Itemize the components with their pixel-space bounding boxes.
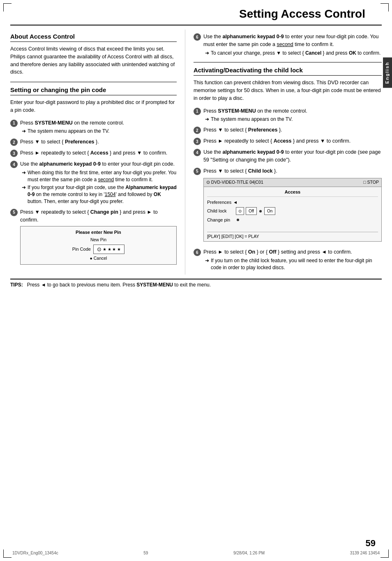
step-content-1: Press SYSTEM-MENU on the remote control.… bbox=[20, 119, 177, 135]
ui-changepin-row: Change pin bbox=[207, 216, 378, 224]
footer-left: 1DVDRx_Eng00_13454c bbox=[12, 551, 58, 555]
step-num-5: 5 bbox=[10, 209, 18, 216]
step4-arrow1: ➜ When doing this for the first time, en… bbox=[22, 169, 177, 183]
section-about-body: Access Control limits viewing of discs t… bbox=[10, 45, 177, 76]
step-left-1: 1 Press SYSTEM-MENU on the remote contro… bbox=[10, 119, 177, 135]
ui-box-header: ⊙ DVD-VIDEO-TITLE 04|C01 □ STOP bbox=[204, 178, 381, 187]
step-num-6-r: 6 bbox=[194, 33, 201, 41]
left-column: About Access Control Access Control limi… bbox=[10, 30, 185, 275]
step-content-4: Use the alphanumeric keypad 0-9 to enter… bbox=[20, 160, 177, 205]
ui-header-right: □ STOP bbox=[363, 179, 379, 186]
cl-step6-arrow: ➜ If you turn on the child lock feature,… bbox=[205, 257, 382, 271]
step-left-3: 3 Press ► repeatedly to select { Access … bbox=[10, 149, 177, 157]
step-cl-content-4: Use the alphanumeric keypad 0-9 to enter… bbox=[203, 148, 382, 164]
step-left-4: 4 Use the alphanumeric keypad 0-9 to ent… bbox=[10, 160, 177, 205]
tips-text: Press ◄ to go back to previous menu item… bbox=[24, 282, 211, 288]
step-cl-num-4: 4 bbox=[194, 149, 201, 156]
ui-childlock-row: Child lock ⊙ Off On bbox=[207, 206, 378, 216]
page-number: 59 bbox=[366, 538, 376, 549]
ui-childlock-label: Child lock bbox=[207, 208, 236, 215]
pin-box-subtitle: New Pin bbox=[25, 237, 171, 243]
ui-header-left: ⊙ DVD-VIDEO-TITLE 04|C01 bbox=[206, 179, 263, 186]
footer-code: 3139 246 13454 bbox=[350, 551, 380, 555]
main-content: About Access Control Access Control limi… bbox=[10, 25, 382, 275]
step-cl-5: 5 Press ▼ to select { Child lock }. ⊙ DV… bbox=[194, 167, 382, 245]
step-cl-num-2: 2 bbox=[194, 127, 201, 134]
section-childlock-title: Activating/Deactivating the child lock bbox=[194, 67, 382, 76]
step-cl-content-3: Press ► repeatedly to select { Access } … bbox=[203, 137, 382, 145]
step-cl-num-1: 1 bbox=[194, 108, 201, 115]
step-content-2: Press ▼ to select { Preferences }. bbox=[20, 138, 177, 146]
section-divider bbox=[10, 82, 177, 82]
step-left-5: 5 Press ▼ repeatedly to select { Change … bbox=[10, 208, 177, 267]
footer: 1DVDRx_Eng00_13454c 59 9/28/04, 1:26 PM … bbox=[0, 551, 392, 555]
childlock-ui-box: ⊙ DVD-VIDEO-TITLE 04|C01 □ STOP Access P… bbox=[203, 178, 382, 242]
step-content-6-r: Use the alphanumeric keypad 0-9 to enter… bbox=[203, 33, 382, 56]
step-right-6: 6 Use the alphanumeric keypad 0-9 to ent… bbox=[194, 33, 382, 56]
ui-on-btn: On bbox=[264, 207, 275, 215]
section-pin-title: Setting or changing the pin code bbox=[10, 86, 177, 95]
section-about-title: About Access Control bbox=[10, 33, 177, 42]
ui-box-body: Access Preferences ◄ Child lock ⊙ Off O bbox=[204, 187, 381, 241]
language-tab: English bbox=[383, 58, 392, 88]
step-cl-content-2: Press ▼ to select { Preferences }. bbox=[203, 126, 382, 134]
step-num-4: 4 bbox=[10, 161, 18, 168]
step-num-3: 3 bbox=[10, 150, 18, 157]
ui-preferences-label: Preferences bbox=[207, 199, 231, 206]
right-section-divider bbox=[194, 62, 382, 62]
step1-arrow: ➜ The system menu appears on the TV. bbox=[22, 128, 177, 135]
step-cl-6: 6 Press ► to select { On } or { Off } se… bbox=[194, 248, 382, 271]
ui-dot bbox=[259, 210, 262, 212]
step-cl-3: 3 Press ► repeatedly to select { Access … bbox=[194, 137, 382, 145]
section-childlock-intro: This function can prevent children from … bbox=[194, 79, 382, 102]
right-column: 6 Use the alphanumeric keypad 0-9 to ent… bbox=[185, 30, 382, 275]
step-cl-4: 4 Use the alphanumeric keypad 0-9 to ent… bbox=[194, 148, 382, 164]
pin-entry-box: Please enter New Pin New Pin Pin Code ⊙ … bbox=[20, 226, 177, 265]
step-cl-num-5: 5 bbox=[194, 168, 201, 175]
step-cl-2: 2 Press ▼ to select { Preferences }. bbox=[194, 126, 382, 134]
ui-toggle-icon: ⊙ bbox=[236, 207, 244, 215]
step4-arrow2: ➜ If you forgot your four-digit pin code… bbox=[22, 184, 177, 205]
cl-step1-arrow: ➜ The system menu appears on the TV. bbox=[205, 116, 382, 123]
step-content-3: Press ► repeatedly to select { Access } … bbox=[20, 149, 177, 157]
ui-changepin-label: Change pin bbox=[207, 217, 236, 224]
step-cl-content-6: Press ► to select { On } or { Off } sett… bbox=[203, 248, 382, 271]
corner-mark-tl bbox=[3, 3, 12, 12]
section-pin-intro: Enter your four-digit password to play a… bbox=[10, 99, 177, 114]
step-content-5: Press ▼ repeatedly to select { Change pi… bbox=[20, 208, 177, 267]
step-num-2: 2 bbox=[10, 139, 18, 146]
ui-changepin-dot bbox=[237, 219, 239, 221]
pin-box-title: Please enter New Pin bbox=[25, 229, 171, 236]
step-cl-content-5: Press ▼ to select { Child lock }. ⊙ DVD-… bbox=[203, 167, 382, 245]
pin-stars: ⊙ ★ ★ ★ ★ bbox=[93, 245, 125, 254]
step6-arrow: ➜ To cancel your change, press ▼ to sele… bbox=[205, 50, 382, 57]
pin-code-label: Pin Code bbox=[72, 246, 91, 253]
tips-label: TIPS: bbox=[10, 282, 23, 288]
step-cl-1: 1 Press SYSTEM-MENU on the remote contro… bbox=[194, 107, 382, 123]
ui-childlock-toggle: ⊙ Off On bbox=[236, 207, 276, 215]
ui-off-btn: Off bbox=[246, 207, 257, 215]
footer-center: 59 bbox=[143, 551, 148, 555]
footer-right: 9/28/04, 1:26 PM bbox=[233, 551, 265, 555]
tips-bar: TIPS: Press ◄ to go back to previous men… bbox=[10, 279, 382, 290]
step-cl-content-1: Press SYSTEM-MENU on the remote control.… bbox=[203, 107, 382, 123]
page-title: Setting Access Control bbox=[27, 7, 365, 21]
ui-footer: [PLAY] [EDIT] [OK] = PLAY bbox=[207, 232, 378, 240]
corner-mark-tr bbox=[380, 3, 389, 12]
step-cl-num-3: 3 bbox=[194, 138, 201, 145]
step-num-1: 1 bbox=[10, 120, 18, 127]
pin-cancel: ● Cancel bbox=[25, 255, 171, 262]
ui-menu-title: Access bbox=[207, 189, 378, 197]
page-title-bar: Setting Access Control bbox=[10, 0, 382, 25]
ui-preferences-row: Preferences ◄ bbox=[207, 198, 378, 207]
step-left-2: 2 Press ▼ to select { Preferences }. bbox=[10, 138, 177, 146]
step-cl-num-6: 6 bbox=[194, 249, 201, 256]
